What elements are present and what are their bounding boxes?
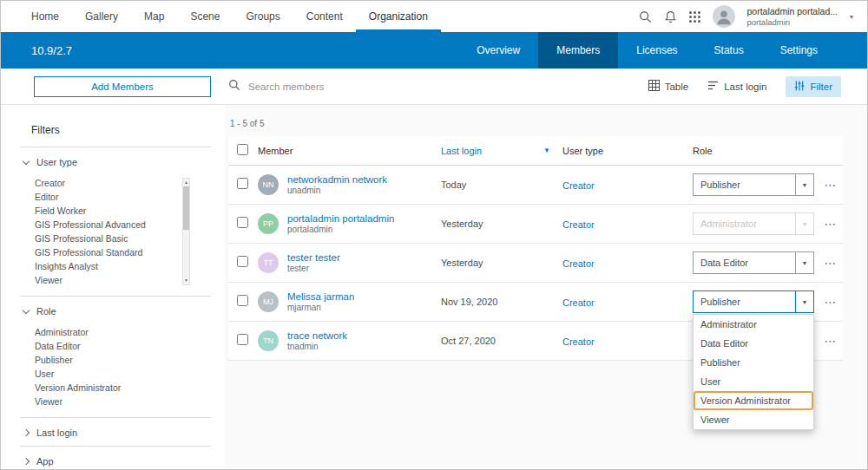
org-tabs: Overview Members Licenses Status Setting… <box>458 32 867 69</box>
tab-overview[interactable]: Overview <box>458 32 538 69</box>
search-members-box <box>228 79 491 95</box>
role-select[interactable]: Publisher ▼ <box>693 173 814 196</box>
nav-item-scene[interactable]: Scene <box>177 1 233 32</box>
column-header-member[interactable]: Member <box>258 146 441 156</box>
filter-option[interactable]: Data Editor <box>35 339 176 353</box>
row-checkbox[interactable] <box>237 217 248 228</box>
filter-option[interactable]: GIS Professional Standard <box>35 245 176 259</box>
scroll-down-icon[interactable]: ▼ <box>183 277 189 284</box>
filter-section-label: App <box>36 456 54 467</box>
role-option-data-editor[interactable]: Data Editor <box>694 334 813 353</box>
filter-option[interactable]: Version Administrator <box>35 381 176 395</box>
filter-option[interactable]: GIS Professional Basic <box>35 232 176 245</box>
user-type-link[interactable]: Creator <box>562 258 595 269</box>
sort-last-login-button[interactable]: Last login <box>707 80 766 93</box>
chevron-down-icon[interactable]: ▾ <box>850 13 853 21</box>
search-icon[interactable] <box>639 10 652 23</box>
filter-option[interactable]: Editor <box>35 190 176 204</box>
nav-item-organization[interactable]: Organization <box>356 1 441 32</box>
role-option-version-administrator[interactable]: Version Administrator <box>694 391 813 410</box>
filter-option[interactable]: Viewer <box>35 273 176 287</box>
filter-option[interactable]: Creator <box>35 176 176 190</box>
filter-button[interactable]: Filter <box>786 76 841 97</box>
filter-option[interactable]: Administrator <box>35 325 176 339</box>
row-checkbox[interactable] <box>237 178 248 189</box>
last-login-value: Oct 27, 2020 <box>441 336 562 346</box>
table-row: PP portaladmin portaladmin portaladmin Y… <box>228 205 843 244</box>
role-option-user[interactable]: User <box>694 372 813 391</box>
row-actions-ellipsis[interactable]: ⋯ <box>819 295 843 309</box>
avatar: NN <box>258 174 279 195</box>
role-option-viewer[interactable]: Viewer <box>694 410 813 429</box>
row-actions-ellipsis[interactable]: ⋯ <box>819 178 843 192</box>
scrollbar[interactable]: ▲ ▼ <box>182 178 190 285</box>
role-select-value: Publisher <box>694 297 795 307</box>
member-name-link[interactable]: portaladmin portaladmin <box>287 213 394 224</box>
member-name-link[interactable]: Melissa jarman <box>287 291 354 302</box>
filter-section-last-login[interactable]: Last login <box>20 418 211 446</box>
row-checkbox[interactable] <box>237 334 248 345</box>
column-header-last-login[interactable]: Last login ▼ <box>441 146 562 156</box>
role-select-open[interactable]: Publisher ▼ <box>693 290 814 313</box>
nav-item-map[interactable]: Map <box>131 1 177 32</box>
column-header-role[interactable]: Role <box>693 146 819 156</box>
column-header-last-login-label: Last login <box>441 146 482 156</box>
filter-option[interactable]: GIS Professional Advanced <box>35 218 176 232</box>
tab-licenses[interactable]: Licenses <box>618 32 695 69</box>
filter-section-user-type[interactable]: User type <box>20 147 211 175</box>
sort-descending-icon[interactable]: ▼ <box>543 147 550 154</box>
filter-option[interactable]: Field Worker <box>35 204 176 218</box>
role-option-publisher[interactable]: Publisher <box>694 353 813 372</box>
nav-item-groups[interactable]: Groups <box>233 1 293 32</box>
role-select[interactable]: Data Editor ▼ <box>693 251 814 274</box>
nav-item-home[interactable]: Home <box>18 1 72 32</box>
last-login-value: Yesterday <box>441 219 562 229</box>
role-option-administrator[interactable]: Administrator <box>694 315 813 334</box>
table-view-button[interactable]: Table <box>648 80 689 93</box>
role-select-disabled: Administrator ▼ <box>693 212 814 235</box>
tab-settings[interactable]: Settings <box>762 32 836 69</box>
member-name-link[interactable]: tester tester <box>287 252 340 263</box>
notifications-bell-icon[interactable] <box>664 10 677 23</box>
app-launcher-icon[interactable] <box>689 11 700 23</box>
filter-option[interactable]: Insights Analyst <box>35 259 176 273</box>
nav-item-gallery[interactable]: Gallery <box>72 1 131 32</box>
role-select-value: Data Editor <box>694 258 795 268</box>
user-type-link[interactable]: Creator <box>562 180 595 191</box>
organization-bar: 10.9/2.7 Overview Members Licenses Statu… <box>1 32 867 69</box>
scrollbar-thumb[interactable] <box>183 186 189 230</box>
column-header-user-type[interactable]: User type <box>562 146 693 156</box>
member-username: tester <box>287 264 340 273</box>
filter-option[interactable]: Viewer <box>35 395 176 408</box>
user-name: portaladmin portalad... <box>747 6 838 17</box>
org-title: 10.9/2.7 <box>1 32 72 69</box>
role-dropdown-menu: Administrator Data Editor Publisher User… <box>693 314 814 430</box>
nav-item-content[interactable]: Content <box>293 1 356 32</box>
filter-section-role[interactable]: Role <box>20 297 211 324</box>
member-name-link[interactable]: trace network <box>287 330 347 341</box>
filter-option[interactable]: User <box>35 367 176 381</box>
user-type-link[interactable]: Creator <box>562 219 595 230</box>
scrollbar-track[interactable] <box>183 186 189 277</box>
avatar-initials: PP <box>263 219 273 228</box>
add-members-button[interactable]: Add Members <box>34 76 211 97</box>
row-actions-ellipsis[interactable]: ⋯ <box>819 334 843 348</box>
tab-members[interactable]: Members <box>538 32 618 69</box>
scroll-up-icon[interactable]: ▲ <box>183 179 189 186</box>
row-checkbox[interactable] <box>237 295 248 306</box>
chevron-down-icon <box>23 307 30 314</box>
tab-status[interactable]: Status <box>696 32 762 69</box>
member-name-link[interactable]: networkadmin network <box>287 174 387 185</box>
search-members-input[interactable] <box>248 82 491 92</box>
select-all-checkbox[interactable] <box>237 144 248 155</box>
search-icon <box>228 79 240 95</box>
user-avatar[interactable] <box>713 5 735 28</box>
filter-section-app[interactable]: App <box>20 447 211 469</box>
user-type-link[interactable]: Creator <box>562 297 595 308</box>
row-checkbox[interactable] <box>237 256 248 267</box>
user-type-link[interactable]: Creator <box>562 336 595 347</box>
filter-option[interactable]: Publisher <box>35 353 176 367</box>
user-menu[interactable]: portaladmin portalad... portaladmin <box>747 6 838 27</box>
row-actions-ellipsis[interactable]: ⋯ <box>819 256 843 270</box>
row-actions-ellipsis[interactable]: ⋯ <box>819 217 843 231</box>
